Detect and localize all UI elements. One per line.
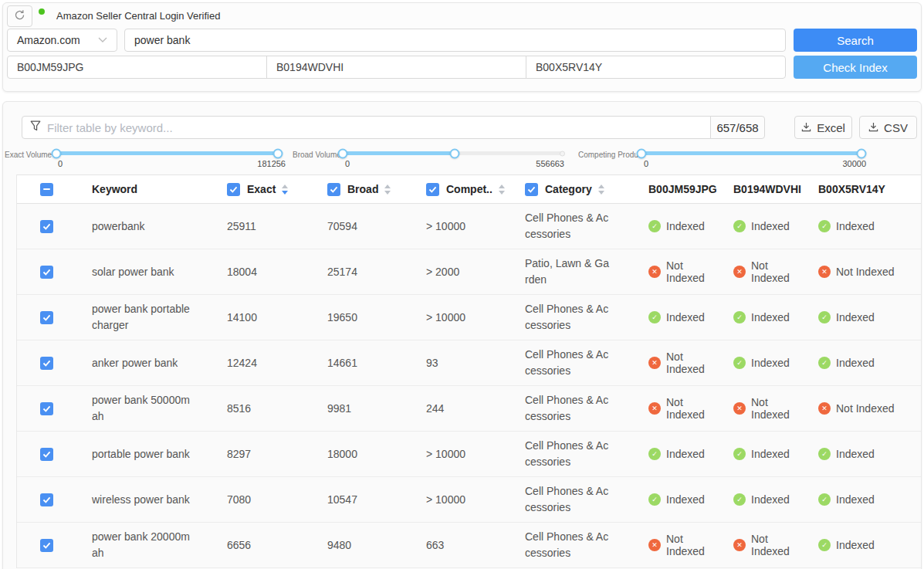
index-status-cell-2: ✓Indexed — [718, 295, 803, 340]
column-header-category[interactable]: Category — [509, 175, 633, 203]
row-checkbox[interactable] — [40, 539, 53, 552]
column-header-competing[interactable]: Compet.. — [411, 175, 509, 203]
indexed-icon: ✓ — [818, 311, 831, 323]
index-status-cell-1: ✕Not Indexed — [633, 523, 718, 567]
sort-category-icon[interactable] — [598, 185, 604, 195]
table-row: power bank 50000mah 8516 9981 244 Cell P… — [17, 386, 921, 432]
competing-product-cell: > 2000 — [411, 249, 509, 294]
category-cell: Cell Phones & Accessories — [509, 204, 633, 249]
keyword-table: Keyword Exact Broad Compet.. — [16, 174, 921, 568]
indexed-icon: ✓ — [648, 448, 661, 460]
category-column-checkbox[interactable] — [525, 183, 538, 196]
category-cell: Cell Phones & Accessories — [509, 340, 633, 385]
broad-volume-slider-label: Broad Volume — [293, 151, 341, 159]
keyword-cell: powerbank — [76, 204, 212, 249]
index-status-label: Not Indexed — [666, 396, 718, 421]
row-checkbox[interactable] — [40, 448, 53, 461]
keyword-cell: power bank portable charger — [76, 295, 212, 340]
competing-product-slider-label: Competing Product — [578, 151, 645, 159]
row-checkbox[interactable] — [40, 493, 53, 506]
exact-volume-slider-label: Exact Volume — [5, 151, 52, 159]
sort-exact-icon[interactable] — [282, 185, 288, 195]
check-index-button[interactable]: Check Index — [794, 56, 917, 79]
not-indexed-icon: ✕ — [648, 402, 661, 415]
marketplace-select[interactable]: Amazon.com — [7, 29, 117, 52]
column-header-exact[interactable]: Exact — [212, 175, 312, 203]
competing-column-checkbox[interactable] — [426, 183, 439, 196]
index-status-label: Not Indexed — [836, 402, 895, 415]
competing-product-cell: 93 — [411, 340, 509, 385]
exact-column-checkbox[interactable] — [227, 183, 240, 196]
keyword-cell: anker power bank — [76, 340, 212, 385]
index-status-cell-1: ✓Indexed — [633, 432, 718, 476]
index-status-label: Not Indexed — [751, 533, 803, 557]
index-status-label: Not Indexed — [836, 266, 895, 278]
indexed-icon: ✓ — [648, 220, 661, 232]
index-status-cell-3: ✓Indexed — [803, 477, 921, 522]
asin-input-2[interactable] — [266, 56, 526, 79]
not-indexed-icon: ✕ — [818, 402, 831, 415]
table-row: portable power bank 8297 18000 > 10000 C… — [17, 432, 921, 477]
row-checkbox[interactable] — [40, 357, 53, 370]
filter-input[interactable] — [47, 121, 702, 134]
export-csv-button[interactable]: CSV — [859, 116, 917, 139]
index-status-cell-1: ✕Not Indexed — [633, 340, 718, 385]
slider-handle-max[interactable] — [450, 148, 460, 158]
asin-input-1[interactable] — [7, 56, 267, 79]
slider-handle-min[interactable] — [637, 148, 647, 158]
broad-volume-cell: 9981 — [312, 386, 411, 431]
row-checkbox[interactable] — [40, 311, 53, 324]
row-checkbox[interactable] — [40, 266, 53, 279]
select-all-checkbox[interactable] — [40, 183, 53, 196]
competing-product-cell: > 10000 — [411, 204, 509, 249]
row-checkbox[interactable] — [40, 220, 53, 233]
competing-product-cell: 663 — [411, 523, 509, 567]
column-header-broad[interactable]: Broad — [312, 175, 411, 203]
not-indexed-icon: ✕ — [648, 266, 661, 278]
column-header-keyword[interactable]: Keyword — [76, 175, 212, 203]
competing-product-cell: > 10000 — [411, 432, 509, 476]
competing-product-slider[interactable] — [641, 151, 861, 155]
asin-input-3[interactable] — [526, 56, 786, 79]
index-status-label: Indexed — [751, 357, 790, 369]
index-status-label: Indexed — [751, 448, 790, 460]
slider-handle-min[interactable] — [338, 148, 348, 158]
indexed-icon: ✓ — [733, 311, 746, 323]
slider-handle-max[interactable] — [857, 148, 867, 158]
download-icon — [868, 121, 878, 134]
broad-column-checkbox[interactable] — [327, 183, 340, 196]
index-status-label: Indexed — [666, 493, 705, 506]
search-panel: Amazon Seller Central Login Verified Ama… — [2, 2, 922, 92]
refresh-button[interactable] — [7, 5, 32, 27]
slider-handle-min[interactable] — [52, 148, 62, 158]
sort-competing-icon[interactable] — [499, 185, 505, 195]
indexed-icon: ✓ — [818, 357, 831, 369]
exact-volume-cell: 18004 — [212, 249, 312, 294]
competing-product-cell: > 10000 — [411, 477, 509, 522]
not-indexed-icon: ✕ — [648, 539, 661, 551]
index-status-cell-2: ✕Not Indexed — [718, 523, 803, 567]
export-excel-button[interactable]: Excel — [794, 116, 852, 139]
slider-max-value: 556663 — [343, 159, 564, 168]
row-checkbox[interactable] — [40, 402, 53, 415]
index-status-label: Indexed — [836, 493, 875, 506]
sort-broad-icon[interactable] — [384, 185, 391, 195]
search-button[interactable]: Search — [794, 29, 917, 52]
slider-max-value: 30000 — [641, 159, 866, 168]
login-verified-text: Amazon Seller Central Login Verified — [56, 10, 220, 22]
index-status-label: Indexed — [836, 539, 875, 551]
slider-handle-max[interactable] — [273, 148, 283, 158]
excel-label: Excel — [817, 121, 845, 134]
broad-volume-slider[interactable] — [343, 151, 562, 155]
exact-volume-slider[interactable] — [56, 151, 278, 155]
keyword-search-input[interactable] — [124, 29, 786, 52]
asin-inputs — [7, 56, 786, 79]
category-cell: Cell Phones & Accessories — [509, 295, 633, 340]
table-row: power bank 20000mah 6656 9480 663 Cell P… — [17, 523, 921, 568]
indexed-icon: ✓ — [818, 493, 831, 506]
indexed-icon: ✓ — [733, 448, 746, 460]
column-header-asin-3: B00X5RV14Y — [803, 175, 921, 203]
table-row: power bank portable charger 14100 19650 … — [17, 295, 921, 340]
index-status-label: Indexed — [666, 448, 705, 460]
index-status-cell-2: ✕Not Indexed — [718, 249, 803, 294]
